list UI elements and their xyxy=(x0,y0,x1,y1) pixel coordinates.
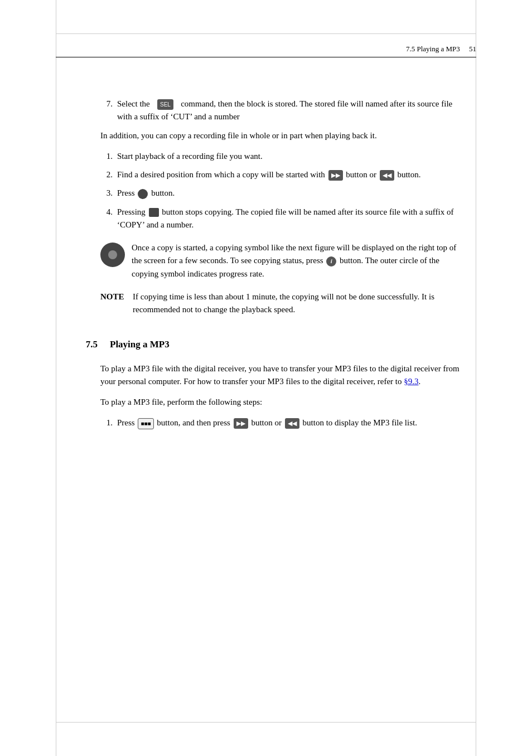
info-button-icon: i xyxy=(326,256,336,266)
mp3-intro-para: To play a MP3 file with the digital rece… xyxy=(100,362,465,389)
border-right xyxy=(476,0,476,756)
copy-step-2-text: Find a desired position from which a cop… xyxy=(117,168,465,181)
copy-step-1: 1. Start playback of a recording file yo… xyxy=(100,150,465,163)
step-7-num: 7. xyxy=(100,98,117,124)
menu-button-icon: ■■■ xyxy=(138,418,153,429)
copy-step-1-num: 1. xyxy=(100,150,117,163)
copy-step-2-num: 2. xyxy=(100,168,117,181)
note-label: NOTE xyxy=(100,290,127,317)
note-content: If copying time is less than about 1 min… xyxy=(133,290,465,317)
page-header: 7.5 Playing a MP3 51 xyxy=(56,45,476,57)
header-section-label: 7.5 Playing a MP3 51 xyxy=(406,45,476,54)
note-circle-inner xyxy=(108,250,117,259)
mp3-step-1: 1. Press ■■■ button, and then press ▶▶ b… xyxy=(100,416,465,429)
border-left xyxy=(56,0,56,756)
copy-step-2: 2. Find a desired position from which a … xyxy=(100,168,465,181)
copy-note-box: Once a copy is started, a copying symbol… xyxy=(100,241,465,280)
copy-step-3-text: Press button. xyxy=(117,187,465,200)
copy-step-4: 4. Pressing button stops copying. The co… xyxy=(100,206,465,232)
mp3-step-1-text: Press ■■■ button, and then press ▶▶ butt… xyxy=(117,416,465,429)
copy-step-3: 3. Press button. xyxy=(100,187,465,200)
section-75-heading: 7.5 Playing a MP3 xyxy=(67,337,465,352)
mp3-steps-intro: To play a MP3 file, perform the followin… xyxy=(100,396,465,409)
mp3-ff-button-icon: ▶▶ xyxy=(234,418,248,429)
note-text: Once a copy is started, a copying symbol… xyxy=(132,241,465,280)
section-75-title: Playing a MP3 xyxy=(110,337,170,352)
ff-button-icon: ▶▶ xyxy=(328,170,343,181)
section-93-link[interactable]: §9.3 xyxy=(404,377,418,386)
step-7-text: Select the SEL command, then the block i… xyxy=(117,98,465,124)
mp3-step-1-num: 1. xyxy=(100,416,117,429)
rew-button-icon: ◀◀ xyxy=(380,170,394,181)
step-7: 7. Select the SEL command, then the bloc… xyxy=(100,98,465,124)
main-content: 7. Select the SEL command, then the bloc… xyxy=(100,98,465,430)
mp3-rew-button-icon: ◀◀ xyxy=(285,418,299,429)
rec-button-icon xyxy=(138,189,148,199)
copy-step-4-num: 4. xyxy=(100,206,117,232)
select-button-icon: SEL xyxy=(157,99,173,110)
page: 7.5 Playing a MP3 51 7. Select the SEL c… xyxy=(0,0,532,756)
border-top xyxy=(56,33,476,34)
copy-step-4-text: Pressing button stops copying. The copie… xyxy=(117,206,465,232)
border-bottom xyxy=(56,722,476,723)
copy-step-3-num: 3. xyxy=(100,187,117,200)
stop-button-icon xyxy=(149,208,159,217)
note-circle-icon xyxy=(100,243,125,267)
copy-step-1-text: Start playback of a recording file you w… xyxy=(117,150,465,163)
section-75-number: 7.5 xyxy=(67,337,98,352)
intro-copy-para: In addition, you can copy a recording fi… xyxy=(100,129,465,142)
note-block: NOTE If copying time is less than about … xyxy=(100,290,465,317)
